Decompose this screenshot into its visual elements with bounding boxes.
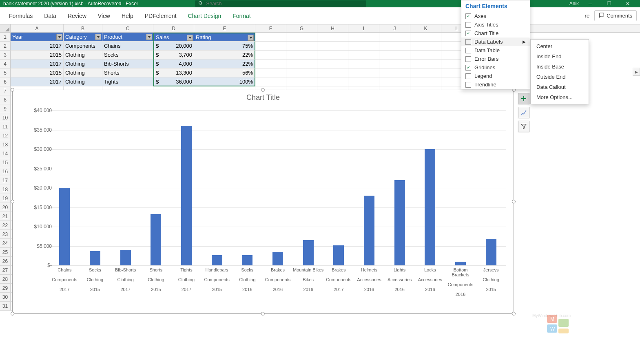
- chart-bar[interactable]: [151, 214, 161, 265]
- cell-G3[interactable]: [286, 51, 317, 60]
- cell-H5[interactable]: [317, 68, 348, 77]
- row-header-6[interactable]: 6: [0, 77, 11, 86]
- cell-F4[interactable]: [255, 60, 286, 68]
- chart-element-legend[interactable]: Legend: [461, 72, 530, 80]
- cell-B4[interactable]: Clothing: [64, 60, 102, 68]
- cell-D5[interactable]: $13,300: [153, 68, 194, 77]
- cell-E2[interactable]: 75%: [194, 42, 255, 51]
- cell-A5[interactable]: 2015: [11, 68, 64, 77]
- submenu-data-callout[interactable]: Data Callout: [531, 82, 589, 92]
- tab-data[interactable]: Data: [38, 7, 62, 24]
- cell-D6[interactable]: $36,000: [153, 77, 194, 86]
- cell-G1[interactable]: [286, 33, 317, 42]
- row-header-14[interactable]: 14: [0, 149, 11, 158]
- cell-G6[interactable]: [286, 77, 317, 86]
- cell-E4[interactable]: 22%: [194, 60, 255, 68]
- row-header-22[interactable]: 22: [0, 221, 11, 230]
- submenu-outside-end[interactable]: Outside End: [531, 72, 589, 82]
- submenu-center[interactable]: Center: [531, 41, 589, 51]
- cell-B5[interactable]: Clothing: [64, 68, 102, 77]
- cell-A3[interactable]: 2015: [11, 51, 64, 60]
- cell-H2[interactable]: [317, 42, 348, 51]
- row-header-17[interactable]: 17: [0, 176, 11, 185]
- cell-F5[interactable]: [255, 68, 286, 77]
- chart-bar[interactable]: [181, 126, 192, 265]
- cell-K6[interactable]: [410, 77, 441, 86]
- chart-element-data-labels[interactable]: Data Labels▶: [461, 38, 530, 46]
- cell-E1[interactable]: Rating: [194, 33, 255, 42]
- checkbox[interactable]: [465, 22, 471, 28]
- cell-J6[interactable]: [379, 77, 410, 86]
- chart-styles-button[interactable]: [518, 107, 529, 118]
- chart-bar[interactable]: [425, 149, 435, 265]
- row-header-16[interactable]: 16: [0, 167, 11, 176]
- cell-F6[interactable]: [255, 77, 286, 86]
- column-header-C[interactable]: C: [102, 24, 153, 32]
- chart-element-error-bars[interactable]: Error Bars: [461, 55, 530, 63]
- row-header-28[interactable]: 28: [0, 275, 11, 284]
- cell-F2[interactable]: [255, 42, 286, 51]
- cell-J3[interactable]: [379, 51, 410, 60]
- checkbox[interactable]: [465, 48, 471, 53]
- row-header-13[interactable]: 13: [0, 140, 11, 149]
- cell-C4[interactable]: Bib-Shorts: [102, 60, 153, 68]
- cell-D3[interactable]: $3,700: [153, 51, 194, 60]
- cell-D1[interactable]: Sales: [153, 33, 194, 42]
- submenu-more-options-[interactable]: More Options...: [531, 92, 589, 102]
- chart-element-axis-titles[interactable]: Axis Titles: [461, 20, 530, 29]
- checkbox[interactable]: ✓: [465, 65, 471, 71]
- filter-dropdown-category[interactable]: [95, 34, 101, 40]
- chart-bar[interactable]: [242, 255, 252, 265]
- cell-J5[interactable]: [379, 68, 410, 77]
- checkbox[interactable]: [465, 56, 471, 62]
- chart-element-gridlines[interactable]: ✓Gridlines: [461, 63, 530, 72]
- chart-plot-area[interactable]: [49, 110, 506, 265]
- cell-G5[interactable]: [286, 68, 317, 77]
- row-header-23[interactable]: 23: [0, 230, 11, 239]
- column-header-G[interactable]: G: [286, 24, 317, 32]
- row-header-29[interactable]: 29: [0, 284, 11, 293]
- column-header-B[interactable]: B: [64, 24, 102, 32]
- cell-B3[interactable]: Clothing: [64, 51, 102, 60]
- cell-I6[interactable]: [348, 77, 379, 86]
- cell-B1[interactable]: Category: [64, 33, 102, 42]
- embedded-chart[interactable]: Chart Title ChainsComponents2017SocksClo…: [12, 90, 514, 314]
- cell-C1[interactable]: Product: [102, 33, 153, 42]
- row-header-7[interactable]: 7: [0, 86, 11, 95]
- chart-bar[interactable]: [272, 252, 283, 265]
- search-input[interactable]: [206, 1, 363, 7]
- cell-K4[interactable]: [410, 60, 441, 68]
- select-all-corner[interactable]: [0, 24, 11, 32]
- cell-J2[interactable]: [379, 42, 410, 51]
- minimize-button[interactable]: ─: [581, 0, 599, 7]
- close-button[interactable]: ✕: [619, 0, 637, 7]
- row-header-20[interactable]: 20: [0, 203, 11, 212]
- filter-dropdown-rating[interactable]: [248, 35, 254, 41]
- row-header-2[interactable]: 2: [0, 42, 11, 51]
- cell-G4[interactable]: [286, 60, 317, 68]
- row-header-19[interactable]: 19: [0, 194, 11, 203]
- row-header-30[interactable]: 30: [0, 293, 11, 302]
- chart-bar[interactable]: [120, 250, 131, 265]
- search-box[interactable]: [195, 0, 366, 7]
- cell-C2[interactable]: Chains: [102, 42, 153, 51]
- chart-element-trendline[interactable]: Trendline: [461, 80, 530, 89]
- row-header-5[interactable]: 5: [0, 68, 11, 77]
- cell-H1[interactable]: [317, 33, 348, 42]
- cell-I5[interactable]: [348, 68, 379, 77]
- chart-bar[interactable]: [394, 180, 405, 265]
- row-header-24[interactable]: 24: [0, 239, 11, 248]
- tab-chart-design[interactable]: Chart Design: [182, 7, 227, 24]
- tab-help[interactable]: Help: [116, 7, 139, 24]
- tab-review[interactable]: Review: [62, 7, 92, 24]
- row-header-10[interactable]: 10: [0, 113, 11, 122]
- checkbox[interactable]: ✓: [465, 31, 471, 36]
- chart-bar[interactable]: [90, 251, 100, 265]
- cell-I2[interactable]: [348, 42, 379, 51]
- row-header-12[interactable]: 12: [0, 131, 11, 140]
- cell-A4[interactable]: 2017: [11, 60, 64, 68]
- row-header-15[interactable]: 15: [0, 158, 11, 167]
- row-header-31[interactable]: 31: [0, 302, 11, 311]
- checkbox[interactable]: ✓: [465, 13, 471, 19]
- chart-bar[interactable]: [59, 188, 70, 265]
